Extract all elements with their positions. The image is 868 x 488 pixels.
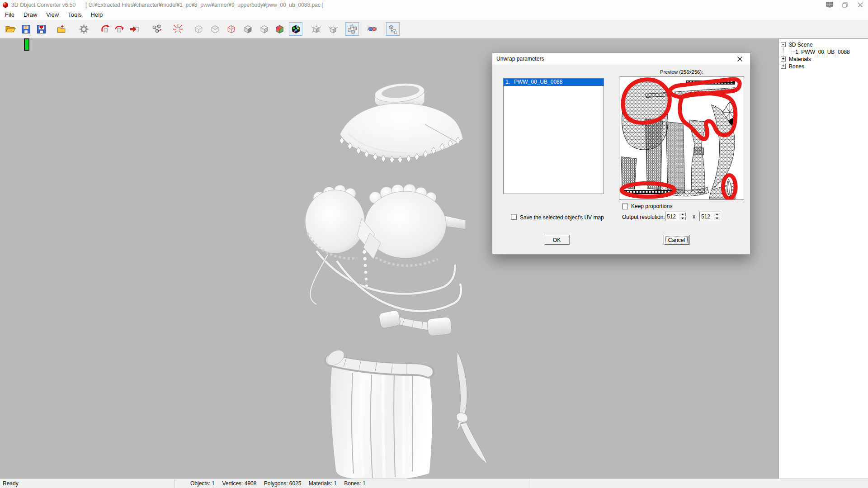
save-file-icon[interactable] <box>19 22 33 36</box>
uv-unwrap-tool-icon[interactable] <box>345 22 359 36</box>
toolbar <box>0 20 868 38</box>
object-axes-icon[interactable] <box>326 22 339 36</box>
tree-elbow-connector <box>792 47 795 52</box>
resolution-height-value[interactable]: 512 <box>701 213 710 220</box>
tree-label-bones[interactable]: Bones <box>789 63 804 70</box>
show-vertices-icon[interactable] <box>150 22 164 36</box>
open-file-icon[interactable] <box>4 22 17 36</box>
anaglyph-view-icon[interactable] <box>365 22 379 36</box>
resolution-width-value[interactable]: 512 <box>667 213 676 220</box>
collapse-icon[interactable]: - <box>781 42 786 47</box>
file-path: [ G:¥Extracted Files¥character¥model¥1_p… <box>85 2 323 8</box>
model-collar <box>340 81 463 163</box>
scene-tree-panel: - 3D Scene 1. PWW_00_UB_0088 + Materials… <box>778 38 868 479</box>
list-item-object[interactable]: 1.PWW_00_UB_0088 <box>504 79 604 86</box>
model-skirt <box>324 347 432 479</box>
status-ready: Ready <box>0 479 175 488</box>
unwrap-parameters-dialog: Unwrap parameters 1.PWW_00_UB_0088 Previ… <box>492 52 750 255</box>
tree-label-object[interactable]: 1. PWW_00_UB_0088 <box>795 48 850 56</box>
menu-tools[interactable]: Tools <box>64 10 85 20</box>
status-materials: Materials: 1 <box>309 480 337 487</box>
app-icon <box>2 2 9 8</box>
textured-mode-icon[interactable] <box>289 22 302 36</box>
output-resolution-label: Output resolution: <box>622 214 665 220</box>
save-uv-map-label: Save the selected object's UV map <box>520 214 604 221</box>
menu-view[interactable]: View <box>42 10 63 20</box>
scene-tree: - 3D Scene 1. PWW_00_UB_0088 + Materials… <box>779 39 868 70</box>
model-bra <box>305 184 466 311</box>
menu-file[interactable]: File <box>1 10 19 20</box>
settings-gear-icon[interactable] <box>77 22 90 36</box>
tree-label-materials[interactable]: Materials <box>789 56 811 63</box>
uv-preview <box>619 76 744 200</box>
solid-smooth-mode-icon[interactable] <box>257 22 271 36</box>
status-vertices: Vertices: 4908 <box>222 480 256 487</box>
dialog-title-bar[interactable]: Unwrap parameters <box>492 53 750 65</box>
tray-display-icon[interactable] <box>822 0 837 10</box>
status-objects: Objects: 1 <box>190 480 215 487</box>
resolution-height-spinner[interactable]: 512 <box>699 212 721 221</box>
rotate-y-icon[interactable] <box>112 22 126 36</box>
spin-up-icon[interactable] <box>713 213 720 216</box>
list-item-name: PWW_00_UB_0088 <box>514 79 562 85</box>
expand-icon[interactable]: + <box>781 57 786 62</box>
app-title: 3D Object Converter v6.50 <box>11 2 75 8</box>
app-window: { "window": { "app_title": "3D Object Co… <box>0 0 868 488</box>
preview-label: Preview (256x256): <box>619 69 744 75</box>
expand-icon[interactable]: + <box>781 64 786 69</box>
wireframe-hidden-line-icon[interactable] <box>208 22 222 36</box>
status-bones: Bones: 1 <box>344 480 365 487</box>
model-belt <box>378 310 452 336</box>
keep-proportions-label: Keep proportions <box>631 203 672 209</box>
close-icon[interactable] <box>733 54 746 63</box>
list-item-index: 1. <box>505 79 510 85</box>
spin-up-icon[interactable] <box>679 213 686 216</box>
status-empty-panel <box>530 479 868 488</box>
title-bar: 3D Object Converter v6.50 [ G:¥Extracted… <box>0 0 868 10</box>
status-stats: Objects: 1 Vertices: 4908 Polygons: 6025… <box>175 479 529 488</box>
model-strap <box>455 351 486 464</box>
menu-bar: File Draw View Tools Help <box>0 10 868 20</box>
vertex-color-mode-icon[interactable] <box>273 22 286 36</box>
solid-shaded-mode-icon[interactable] <box>241 22 255 36</box>
show-hierarchy-icon[interactable] <box>386 22 400 36</box>
ok-button[interactable]: OK <box>544 235 570 245</box>
resolution-width-spinner[interactable]: 512 <box>665 212 687 221</box>
tree-item-bones[interactable]: + Bones <box>779 63 868 70</box>
menu-help[interactable]: Help <box>87 10 107 20</box>
dialog-title: Unwrap parameters <box>496 56 544 62</box>
spin-down-icon[interactable] <box>679 217 686 220</box>
spin-down-icon[interactable] <box>713 217 720 220</box>
tree-item-object[interactable]: 1. PWW_00_UB_0088 <box>779 48 868 56</box>
bounding-box-axes-icon[interactable] <box>309 22 323 36</box>
tree-item-materials[interactable]: + Materials <box>779 56 868 63</box>
resolution-separator: x <box>693 213 695 220</box>
export-file-icon[interactable] <box>54 22 68 36</box>
wireframe-mode-icon[interactable] <box>192 22 205 36</box>
restore-button[interactable] <box>837 0 853 10</box>
save-uv-map-checkbox[interactable] <box>511 214 517 220</box>
cancel-button[interactable]: Cancel <box>664 235 689 245</box>
keep-proportions-checkbox[interactable] <box>622 204 628 209</box>
menu-draw[interactable]: Draw <box>19 10 41 20</box>
status-bar: Ready Objects: 1 Vertices: 4908 Polygons… <box>0 479 868 488</box>
wireframe-colored-icon[interactable] <box>224 22 238 36</box>
close-icon[interactable] <box>853 0 868 10</box>
rotate-z-icon[interactable] <box>127 22 141 36</box>
show-normals-icon[interactable] <box>171 22 184 36</box>
object-list[interactable]: 1.PWW_00_UB_0088 <box>503 78 604 194</box>
save-favorite-icon[interactable] <box>34 22 48 36</box>
viewport-marker <box>24 38 29 51</box>
uv-map-image <box>619 77 744 199</box>
rotate-x-icon[interactable] <box>99 22 112 36</box>
status-polygons: Polygons: 6025 <box>264 480 302 487</box>
